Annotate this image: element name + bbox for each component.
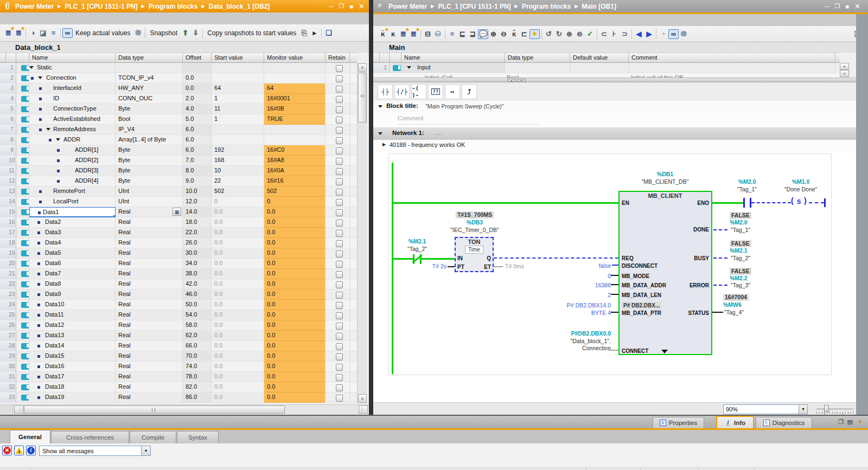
fold-icon[interactable]: ⊒ bbox=[468, 29, 478, 39]
table-row[interactable]: 15Data1Real▦14.00.00.0 bbox=[0, 207, 357, 217]
retain-checkbox[interactable] bbox=[336, 75, 343, 82]
pane-separator[interactable] bbox=[369, 0, 373, 416]
table-row[interactable]: 4IDCONN_OUC2.0116#0001 bbox=[0, 94, 357, 104]
network-header[interactable]: Network 1: ..... bbox=[373, 127, 856, 140]
table-row[interactable]: 14LocalPortUInt12.000 bbox=[0, 197, 357, 207]
comment-placeholder[interactable]: Comment bbox=[398, 115, 424, 121]
table-row[interactable]: 6ActiveEstablishedBool5.01TRUE bbox=[0, 114, 357, 125]
breadcrumb-project[interactable]: Power Meter bbox=[388, 3, 427, 10]
modify-icon[interactable]: ◪ bbox=[38, 28, 48, 38]
table-row[interactable]: 3InterfaceIdHW_ANY0.06464 bbox=[0, 83, 357, 94]
retain-checkbox[interactable] bbox=[336, 86, 343, 93]
copy-snapshot-icon[interactable]: ⎘ bbox=[299, 28, 309, 38]
close-icon[interactable]: ✕ bbox=[854, 2, 860, 10]
retain-checkbox[interactable] bbox=[336, 209, 343, 216]
zoom-slider-track[interactable] bbox=[816, 409, 853, 409]
restore-icon[interactable]: ❐ bbox=[339, 3, 344, 10]
column-header-datatype[interactable]: Data type bbox=[505, 53, 570, 63]
breadcrumb-project[interactable]: Power Meter bbox=[15, 3, 54, 10]
interface-table-scroll[interactable]: ∧ ∨ bbox=[840, 63, 850, 78]
window-menu-icon[interactable]: ≡ bbox=[378, 2, 381, 9]
reset-start-icon[interactable]: ⊟ bbox=[423, 29, 433, 39]
tab-compile[interactable]: Compile bbox=[130, 431, 176, 443]
insert-network-icon[interactable]: ĸ̈ bbox=[378, 29, 388, 39]
call-env-icon[interactable]: ⊛ bbox=[564, 29, 575, 39]
table-row[interactable]: 11ADDR[3]Byte8.01016#0A bbox=[0, 166, 357, 176]
table-row[interactable]: 13RemotePortUInt10.0502502 bbox=[0, 186, 357, 197]
table-row[interactable]: 7RemoteAddressIP_V46.0 bbox=[0, 125, 357, 135]
scroll-down-icon[interactable]: ∨ bbox=[358, 394, 367, 403]
retain-checkbox[interactable] bbox=[336, 384, 343, 391]
disable-eno-icon[interactable]: ↻ bbox=[554, 29, 564, 39]
retain-checkbox[interactable] bbox=[336, 343, 343, 350]
minimize-icon[interactable]: ─ bbox=[329, 3, 334, 10]
enable-eno-icon[interactable]: ↺ bbox=[544, 29, 554, 39]
retain-checkbox[interactable] bbox=[336, 250, 343, 257]
float-panel-icon[interactable]: ❐ bbox=[838, 419, 844, 426]
error-filter-icon[interactable]: ✕ bbox=[2, 446, 12, 455]
retain-checkbox[interactable] bbox=[336, 65, 343, 72]
zoom-select[interactable]: 90% ▼ bbox=[723, 404, 808, 414]
coil-icon[interactable]: -( )- bbox=[411, 84, 426, 99]
breadcrumb-plc[interactable]: PLC_1 [CPU 1511-1 PN] bbox=[438, 3, 511, 10]
empty-box-icon[interactable]: ?? bbox=[428, 84, 443, 99]
zoom-dropdown-icon[interactable]: ▼ bbox=[799, 405, 807, 414]
tab-diagnostics[interactable]: 🖁 Diagnostics bbox=[756, 417, 812, 428]
breadcrumb-plc[interactable]: PLC_1 [CPU 1511-1 PN] bbox=[65, 3, 138, 10]
close-branch-icon[interactable]: ⤴ bbox=[462, 84, 477, 99]
snapshot-down-icon[interactable]: ⬇ bbox=[190, 28, 201, 38]
restore-icon[interactable]: ❐ bbox=[835, 3, 840, 10]
table-row[interactable]: 28Data14Real66.00.00.0 bbox=[0, 341, 357, 351]
table-row[interactable]: 16Data2Real18.00.00.0 bbox=[0, 217, 357, 228]
zoom-slider-thumb[interactable] bbox=[824, 405, 829, 412]
retain-checkbox[interactable] bbox=[336, 312, 343, 319]
column-header-comment[interactable]: Comment bbox=[629, 53, 835, 63]
retain-checkbox[interactable] bbox=[336, 137, 343, 144]
warning-filter-icon[interactable]: ! bbox=[14, 446, 24, 455]
tab-properties[interactable]: ⚲ Properties bbox=[653, 417, 704, 428]
table-row[interactable]: 21Data7Real38.00.00.0 bbox=[0, 269, 357, 279]
filter-dropdown-icon[interactable]: ▼ bbox=[141, 446, 150, 455]
column-header-datatype[interactable]: Data type bbox=[116, 53, 183, 63]
outdent-icon[interactable]: ⊑ bbox=[457, 29, 468, 39]
actualize-icon[interactable]: ◑ bbox=[28, 28, 38, 38]
table-row[interactable]: 24Data10Real50.00.00.0 bbox=[0, 300, 357, 310]
prev-mark-icon[interactable]: ◀ bbox=[634, 29, 644, 39]
message-filter-select[interactable]: Show all messages ▼ bbox=[39, 446, 151, 456]
retain-checkbox[interactable] bbox=[336, 323, 343, 330]
table-row[interactable]: 17Data3Real22.00.00.0 bbox=[0, 228, 357, 238]
close-icon[interactable]: ✕ bbox=[359, 2, 365, 10]
retain-checkbox[interactable] bbox=[336, 199, 343, 206]
table-row[interactable]: 22Data8Real42.00.00.0 bbox=[0, 279, 357, 289]
comments-icon[interactable]: 💬 bbox=[478, 29, 488, 39]
splitter-bar[interactable]: ▲ ▼ bbox=[373, 78, 856, 82]
splitter-down-icon[interactable]: ▼ bbox=[517, 79, 526, 82]
insert-row-icon[interactable]: ≣ bbox=[398, 29, 409, 39]
tab-cross-references[interactable]: Cross-references bbox=[51, 431, 129, 443]
table-row[interactable]: 8ADDRArray[1..4] of Byte6.0 bbox=[0, 135, 357, 145]
retain-checkbox[interactable] bbox=[336, 374, 343, 381]
tab-general[interactable]: General bbox=[10, 430, 50, 443]
column-header-name[interactable]: Name bbox=[401, 53, 505, 63]
table-row[interactable]: 30Data16Real74.00.00.0 bbox=[0, 362, 357, 372]
table-row[interactable]: 23Data9Real46.00.00.0 bbox=[0, 289, 357, 300]
column-header-retain[interactable]: Retain bbox=[326, 53, 350, 63]
consistency-icon[interactable]: ✓ bbox=[585, 29, 595, 39]
datatype-picker-icon[interactable]: ▦ bbox=[173, 208, 181, 216]
retain-checkbox[interactable] bbox=[336, 106, 343, 113]
splitter-up-icon[interactable]: ▲ bbox=[507, 79, 516, 82]
retain-checkbox[interactable] bbox=[336, 240, 343, 247]
table-row[interactable]: 25Data11Real54.00.00.0 bbox=[0, 310, 357, 320]
table-row[interactable]: 26Data12Real58.00.00.0 bbox=[0, 320, 357, 331]
block-title-value[interactable]: "Main Program Sweep (Cycle)" bbox=[425, 103, 504, 110]
column-header-startvalue[interactable]: Start value bbox=[212, 53, 264, 63]
next-mark-icon[interactable]: ▶ bbox=[644, 29, 654, 39]
add-row-icon[interactable]: ≣ bbox=[14, 28, 24, 38]
window-icon[interactable]: ❏ bbox=[323, 28, 334, 38]
retain-checkbox[interactable] bbox=[336, 178, 343, 185]
table-row[interactable]: 27Data13Real62.00.00.0 bbox=[0, 331, 357, 341]
table-row[interactable]: 33Data19Real86.00.00.0 bbox=[0, 392, 357, 403]
retain-checkbox[interactable] bbox=[336, 353, 343, 360]
table-row[interactable]: 31Data17Real78.00.00.0 bbox=[0, 372, 357, 382]
interface-row-input[interactable]: Input bbox=[417, 64, 430, 70]
